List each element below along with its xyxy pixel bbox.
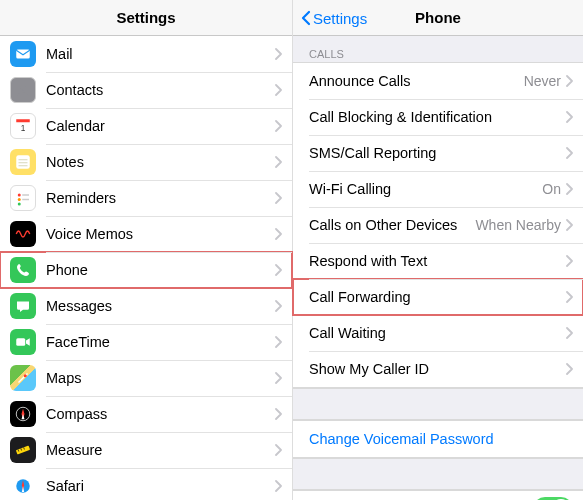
- settings-row-compass[interactable]: Compass: [0, 396, 292, 432]
- settings-row-measure[interactable]: Measure: [0, 432, 292, 468]
- svg-point-1: [21, 85, 26, 90]
- chevron-right-icon: [274, 228, 282, 240]
- voicememos-icon: [10, 221, 36, 247]
- row-value: When Nearby: [475, 217, 561, 233]
- settings-row-contacts[interactable]: Contacts: [0, 72, 292, 108]
- chevron-right-icon: [274, 192, 282, 204]
- row-label: Messages: [46, 298, 274, 314]
- row-label: Mail: [46, 46, 274, 62]
- section-gap: [293, 458, 583, 490]
- svg-point-8: [18, 194, 21, 197]
- row-label: Contacts: [46, 82, 274, 98]
- chevron-right-icon: [274, 372, 282, 384]
- settings-row-messages[interactable]: Messages: [0, 288, 292, 324]
- back-label: Settings: [313, 10, 367, 27]
- chevron-right-icon: [274, 264, 282, 276]
- phone-header: Settings Phone: [293, 0, 583, 36]
- back-button[interactable]: Settings: [301, 0, 367, 36]
- row-label: FaceTime: [46, 334, 274, 350]
- row-label: Maps: [46, 370, 274, 386]
- chevron-right-icon: [565, 219, 573, 231]
- chevron-right-icon: [274, 408, 282, 420]
- row-value: Never: [524, 73, 561, 89]
- settings-row-mail[interactable]: Mail: [0, 36, 292, 72]
- chevron-right-icon: [565, 111, 573, 123]
- chevron-right-icon: [274, 336, 282, 348]
- phone-pane: Settings Phone CALLSAnnounce CallsNeverC…: [292, 0, 583, 500]
- settings-row-voicememos[interactable]: Voice Memos: [0, 216, 292, 252]
- section-gap: [293, 388, 583, 420]
- settings-row-notes[interactable]: Notes: [0, 144, 292, 180]
- calendar-icon: 1: [10, 113, 36, 139]
- chevron-right-icon: [274, 120, 282, 132]
- section-list: Dial Assist: [293, 490, 583, 500]
- safari-icon: [10, 473, 36, 499]
- phone-row-forwarding[interactable]: Call Forwarding: [293, 279, 583, 315]
- settings-row-facetime[interactable]: FaceTime: [0, 324, 292, 360]
- row-label: Call Forwarding: [309, 289, 565, 305]
- phone-row-respond[interactable]: Respond with Text: [293, 243, 583, 279]
- settings-row-calendar[interactable]: 1Calendar: [0, 108, 292, 144]
- svg-rect-0: [16, 50, 30, 59]
- chevron-right-icon: [565, 255, 573, 267]
- phone-row-callerid[interactable]: Show My Caller ID: [293, 351, 583, 387]
- compass-icon: [10, 401, 36, 427]
- phone-row-changevm[interactable]: Change Voicemail Password: [293, 421, 583, 457]
- svg-point-10: [18, 203, 21, 206]
- facetime-icon: [10, 329, 36, 355]
- phone-row-wificall[interactable]: Wi-Fi CallingOn: [293, 171, 583, 207]
- phone-title: Phone: [415, 9, 461, 26]
- svg-point-9: [18, 198, 21, 201]
- settings-pane: Settings MailContacts1CalendarNotesRemin…: [0, 0, 292, 500]
- settings-row-safari[interactable]: Safari: [0, 468, 292, 500]
- chevron-right-icon: [274, 300, 282, 312]
- row-label: Change Voicemail Password: [309, 431, 573, 447]
- svg-rect-2: [16, 119, 30, 122]
- svg-rect-13: [16, 338, 25, 346]
- row-label: Announce Calls: [309, 73, 524, 89]
- maps-icon: [10, 365, 36, 391]
- settings-list: MailContacts1CalendarNotesRemindersVoice…: [0, 36, 292, 500]
- row-label: Safari: [46, 478, 274, 494]
- chevron-right-icon: [565, 75, 573, 87]
- settings-row-reminders[interactable]: Reminders: [0, 180, 292, 216]
- phone-row-dialassist[interactable]: Dial Assist: [293, 491, 583, 500]
- row-label: Measure: [46, 442, 274, 458]
- row-label: Voice Memos: [46, 226, 274, 242]
- svg-rect-4: [16, 155, 30, 169]
- chevron-right-icon: [274, 156, 282, 168]
- settings-row-phone[interactable]: Phone: [0, 252, 292, 288]
- chevron-right-icon: [565, 183, 573, 195]
- reminders-icon: [10, 185, 36, 211]
- measure-icon: [10, 437, 36, 463]
- chevron-right-icon: [565, 291, 573, 303]
- row-label: Calendar: [46, 118, 274, 134]
- svg-text:1: 1: [21, 124, 26, 133]
- svg-point-14: [24, 374, 27, 377]
- phone-icon: [10, 257, 36, 283]
- row-label: Wi-Fi Calling: [309, 181, 542, 197]
- row-label: SMS/Call Reporting: [309, 145, 565, 161]
- row-label: Show My Caller ID: [309, 361, 565, 377]
- phone-row-announce[interactable]: Announce CallsNever: [293, 63, 583, 99]
- chevron-right-icon: [274, 444, 282, 456]
- row-label: Compass: [46, 406, 274, 422]
- chevron-right-icon: [565, 147, 573, 159]
- chevron-right-icon: [274, 48, 282, 60]
- phone-row-waiting[interactable]: Call Waiting: [293, 315, 583, 351]
- phone-row-blocking[interactable]: Call Blocking & Identification: [293, 99, 583, 135]
- messages-icon: [10, 293, 36, 319]
- contacts-icon: [10, 77, 36, 103]
- row-label: Phone: [46, 262, 274, 278]
- phone-row-otherdev[interactable]: Calls on Other DevicesWhen Nearby: [293, 207, 583, 243]
- settings-header: Settings: [0, 0, 292, 36]
- phone-content: CALLSAnnounce CallsNeverCall Blocking & …: [293, 36, 583, 500]
- notes-icon: [10, 149, 36, 175]
- section-header: CALLS: [293, 36, 583, 62]
- section-list: Announce CallsNeverCall Blocking & Ident…: [293, 62, 583, 388]
- settings-row-maps[interactable]: Maps: [0, 360, 292, 396]
- phone-row-smsreport[interactable]: SMS/Call Reporting: [293, 135, 583, 171]
- row-label: Notes: [46, 154, 274, 170]
- row-label: Call Waiting: [309, 325, 565, 341]
- section-list: Change Voicemail Password: [293, 420, 583, 458]
